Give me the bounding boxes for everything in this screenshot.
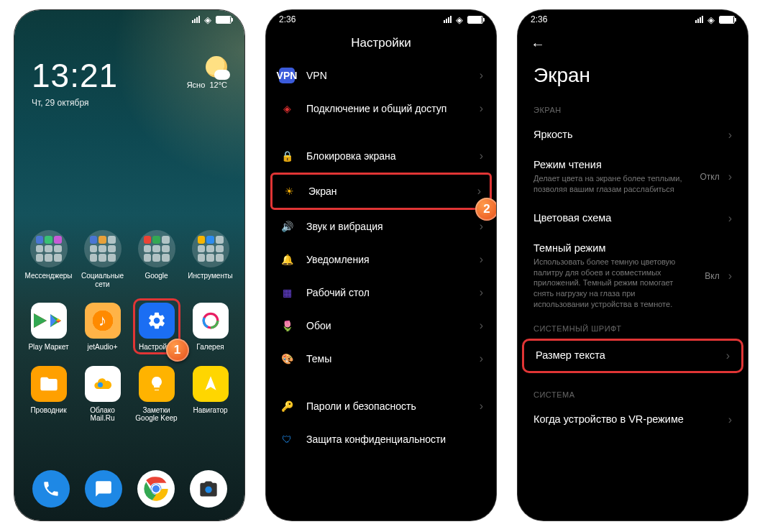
play-store-icon: [31, 303, 67, 339]
folder-tools[interactable]: Инструменты: [185, 230, 236, 288]
row-connection-sharing[interactable]: ◈Подключение и общий доступ›: [270, 92, 492, 125]
row-themes[interactable]: 🎨Темы›: [270, 342, 492, 375]
phone-home-screen: ◈ 13:21 Чт, 29 октября Ясно 12°C Мессенд…: [14, 10, 244, 520]
row-color-scheme[interactable]: Цветовая схема›: [518, 203, 748, 234]
row-passwords-security[interactable]: 🔑Пароли и безопасность›: [270, 390, 492, 423]
signal-icon: [192, 16, 200, 23]
chevron-right-icon: ›: [728, 170, 732, 183]
status-time: 2:36: [531, 14, 547, 24]
folder-social[interactable]: Социальные сети: [78, 230, 128, 288]
row-display[interactable]: ☀ Экран › 2: [270, 173, 492, 210]
clock-time: 13:21: [32, 56, 118, 95]
page-title: Экран: [518, 60, 748, 100]
phone-settings-list: 2:36 ◈ Настройки VPNVPN› ◈Подключение и …: [266, 10, 496, 520]
theme-icon: 🎨: [279, 351, 295, 367]
chevron-right-icon: ›: [726, 349, 730, 362]
svg-point-12: [205, 487, 211, 493]
folder-icon: [31, 366, 67, 402]
app-keep[interactable]: Заметки Google Keep: [132, 366, 182, 423]
chevron-right-icon: ›: [480, 69, 483, 82]
clock-date: Чт, 29 октября: [32, 98, 118, 108]
battery-icon: [216, 16, 232, 24]
row-wallpaper[interactable]: 🌷Обои›: [270, 309, 492, 342]
status-bar: 2:36 ◈: [266, 10, 496, 29]
row-vr-mode[interactable]: Когда устройство в VR-режиме›: [518, 405, 748, 435]
status-time: 2:36: [279, 14, 296, 24]
folder-google[interactable]: Google: [132, 230, 182, 288]
row-sound[interactable]: 🔊Звук и вибрация›: [270, 210, 492, 243]
row-privacy[interactable]: 🛡Защита конфиденциальности: [270, 423, 492, 456]
wallpaper-icon: 🌷: [279, 318, 295, 334]
row-reading-mode[interactable]: Режим чтенияДелает цвета на экране более…: [518, 150, 748, 203]
navigator-icon: [193, 366, 229, 402]
wifi-icon: ◈: [707, 14, 715, 25]
row-dark-mode[interactable]: Темный режимИспользовать более темную цв…: [518, 234, 748, 318]
status-bar: 2:36 ◈: [518, 10, 748, 29]
section-header-system: СИСТЕМА: [518, 385, 748, 405]
sound-icon: 🔊: [279, 219, 295, 234]
dock-chrome[interactable]: [137, 470, 175, 508]
weather-widget[interactable]: Ясно 12°C: [187, 56, 227, 108]
dock-camera[interactable]: [190, 470, 227, 508]
weather-icon: [206, 56, 227, 78]
share-icon: ◈: [279, 101, 295, 116]
vpn-icon: VPN: [279, 68, 295, 83]
annotation-2: 2: [475, 198, 496, 221]
gallery-icon: [193, 303, 229, 339]
app-navigator[interactable]: Навигатор: [185, 366, 236, 423]
chevron-right-icon: ›: [480, 400, 483, 413]
section-header-screen: ЭКРАН: [518, 100, 748, 120]
battery-icon: [719, 16, 735, 24]
home-icon: ▦: [279, 285, 295, 301]
app-gallery[interactable]: Галерея: [185, 303, 236, 352]
dock-messages[interactable]: [85, 470, 122, 508]
keep-icon: [139, 366, 175, 402]
wifi-icon: ◈: [456, 14, 463, 25]
status-bar: ◈: [14, 10, 244, 29]
annotation-1: 1: [166, 339, 189, 362]
dock: [14, 470, 244, 508]
brightness-icon: ☀: [281, 183, 297, 199]
app-play-market[interactable]: Play Маркет: [24, 303, 74, 352]
back-button[interactable]: ←: [518, 29, 748, 60]
chevron-right-icon: ›: [480, 220, 483, 233]
security-icon: 🔑: [279, 398, 295, 414]
page-title: Настройки: [266, 29, 496, 59]
chevron-right-icon: ›: [480, 286, 483, 299]
app-mailru-cloud[interactable]: Облако Mail.Ru: [78, 366, 128, 423]
chevron-right-icon: ›: [480, 319, 483, 332]
row-brightness[interactable]: Яркость›: [518, 120, 748, 150]
chevron-right-icon: ›: [728, 413, 732, 426]
row-home-screen[interactable]: ▦Рабочий стол›: [270, 276, 492, 309]
settings-icon: [139, 303, 175, 339]
cloud-icon: [85, 366, 121, 402]
app-explorer[interactable]: Проводник: [24, 366, 74, 423]
chevron-right-icon: ›: [728, 212, 732, 225]
row-lock-screen[interactable]: 🔒Блокировка экрана›: [270, 139, 492, 173]
wifi-icon: ◈: [204, 14, 211, 25]
chevron-right-icon: ›: [728, 129, 732, 142]
folder-row: Мессенджеры Социальные сети Google Инстр…: [14, 230, 244, 288]
lock-icon: 🔒: [279, 148, 295, 164]
signal-icon: [695, 16, 703, 23]
folder-messengers[interactable]: Мессенджеры: [24, 230, 74, 288]
chevron-right-icon: ›: [480, 253, 483, 266]
bell-icon: 🔔: [279, 252, 295, 267]
app-jetaudio[interactable]: ♪jetAudio+: [78, 303, 128, 352]
apps-row-1: Play Маркет ♪jetAudio+ Настройки 1 Галер…: [14, 303, 244, 352]
chevron-right-icon: ›: [480, 352, 483, 365]
phone-display-settings: 2:36 ◈ ← Экран ЭКРАН Яркость› Режим чтен…: [518, 10, 748, 520]
chevron-right-icon: ›: [480, 102, 483, 115]
privacy-icon: 🛡: [279, 431, 295, 447]
chevron-right-icon: ›: [477, 185, 481, 198]
row-notifications[interactable]: 🔔Уведомления›: [270, 243, 492, 276]
app-settings[interactable]: Настройки 1: [132, 303, 182, 352]
dock-phone[interactable]: [32, 470, 70, 508]
row-text-size[interactable]: Размер текста ›: [522, 339, 743, 373]
settings-list: VPNVPN› ◈Подключение и общий доступ› 🔒Бл…: [266, 59, 496, 456]
row-vpn[interactable]: VPNVPN›: [270, 59, 492, 92]
chevron-right-icon: ›: [728, 270, 732, 283]
battery-icon: [467, 16, 483, 24]
jetaudio-icon: ♪: [85, 303, 121, 339]
svg-point-7: [98, 382, 103, 387]
